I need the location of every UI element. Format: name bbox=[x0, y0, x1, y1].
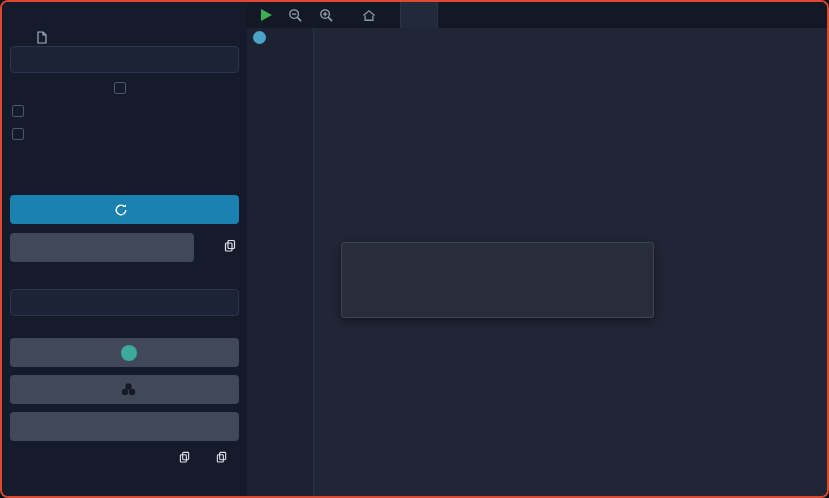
solidity-compiler-panel bbox=[2, 2, 247, 498]
editor-panel bbox=[247, 2, 829, 498]
auto-compile-checkbox[interactable] bbox=[12, 105, 24, 117]
file-icon[interactable] bbox=[36, 31, 48, 44]
compilation-details-button[interactable] bbox=[10, 412, 239, 441]
breakpoint-indicator-icon[interactable] bbox=[253, 31, 266, 44]
remix-ide-window bbox=[0, 0, 829, 498]
compiler-version-select[interactable] bbox=[10, 46, 239, 73]
publish-on-swarm-button[interactable] bbox=[10, 375, 239, 404]
compile-button[interactable] bbox=[10, 195, 239, 224]
compile-and-run-button[interactable] bbox=[10, 233, 194, 262]
ipfs-icon bbox=[121, 345, 137, 361]
publish-on-ipfs-button[interactable] bbox=[10, 338, 239, 367]
contract-select[interactable] bbox=[10, 289, 239, 316]
swarm-icon bbox=[120, 382, 137, 397]
nightly-builds-checkbox[interactable] bbox=[114, 82, 126, 94]
hide-warnings-checkbox[interactable] bbox=[12, 128, 24, 140]
copy-icon[interactable] bbox=[224, 239, 236, 252]
refresh-icon bbox=[114, 203, 128, 217]
gas-estimate-tooltip bbox=[341, 242, 654, 318]
copy-bytecode-icon[interactable] bbox=[216, 451, 227, 463]
copy-abi-icon[interactable] bbox=[179, 451, 190, 463]
